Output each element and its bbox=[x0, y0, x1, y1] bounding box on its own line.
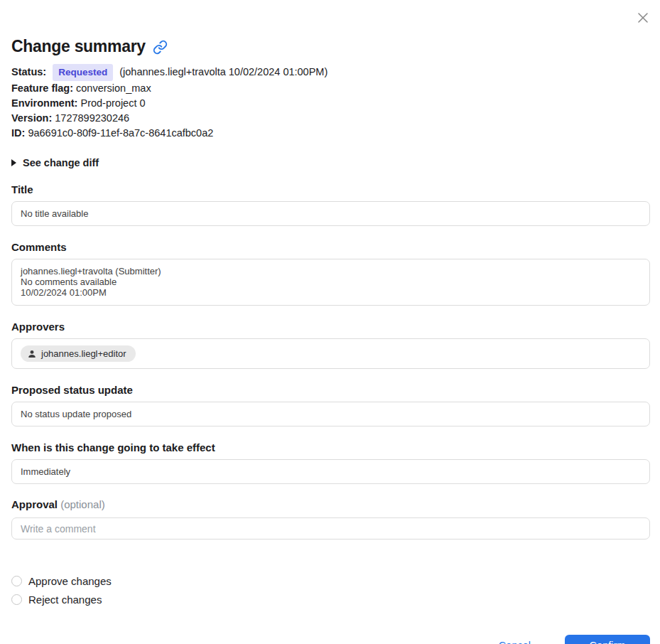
comments-field-label: Comments bbox=[11, 240, 650, 254]
approver-chip-label: johannes.liegl+editor bbox=[41, 348, 126, 359]
id-row: ID: 9a6691c0-80f9-11ef-8a7c-8641cafbc0a2 bbox=[11, 126, 650, 141]
feature-flag-value: conversion_max bbox=[76, 82, 151, 94]
page-title: Change summary bbox=[11, 0, 650, 56]
title-field-label: Title bbox=[11, 183, 650, 196]
comment-submitter-line: johannes.liegl+travolta (Submitter) bbox=[21, 266, 641, 277]
approve-changes-radio[interactable] bbox=[11, 576, 22, 586]
environment-row: Environment: Prod-project 0 bbox=[11, 96, 650, 111]
version-row: Version: 1727899230246 bbox=[11, 111, 650, 126]
approvers-field: johannes.liegl+editor bbox=[11, 338, 650, 369]
version-label: Version: bbox=[11, 112, 52, 124]
see-change-diff-toggle[interactable]: See change diff bbox=[11, 157, 99, 168]
effect-field-value: Immediately bbox=[11, 459, 650, 484]
environment-label: Environment: bbox=[11, 97, 77, 109]
approvers-field-label: Approvers bbox=[11, 320, 650, 333]
caret-right-icon bbox=[11, 159, 16, 166]
reject-changes-option[interactable]: Reject changes bbox=[11, 594, 102, 606]
id-value: 9a6691c0-80f9-11ef-8a7c-8641cafbc0a2 bbox=[28, 127, 213, 139]
status-update-field-label: Proposed status update bbox=[11, 383, 650, 397]
environment-value: Prod-project 0 bbox=[80, 97, 145, 109]
status-row: Status: Requested (johannes.liegl+travol… bbox=[11, 64, 650, 81]
person-icon bbox=[27, 349, 37, 359]
link-icon[interactable] bbox=[153, 40, 168, 55]
cancel-button[interactable]: Cancel bbox=[499, 640, 531, 644]
effect-field-label: When is this change going to take effect bbox=[11, 441, 650, 454]
confirm-button[interactable]: Confirm bbox=[565, 635, 650, 644]
approval-label-text: Approval bbox=[11, 498, 58, 510]
approver-chip: johannes.liegl+editor bbox=[21, 345, 136, 362]
reject-changes-radio[interactable] bbox=[11, 594, 22, 605]
dialog-footer: Cancel Confirm bbox=[11, 635, 650, 644]
id-label: ID: bbox=[11, 127, 25, 139]
status-detail: (johannes.liegl+travolta 10/02/2024 01:0… bbox=[119, 66, 328, 77]
approve-changes-option[interactable]: Approve changes bbox=[11, 575, 112, 587]
see-change-diff-label: See change diff bbox=[23, 157, 99, 168]
decision-radio-group: Approve changes Reject changes bbox=[11, 575, 650, 606]
approval-comment-input[interactable] bbox=[11, 517, 650, 540]
version-value: 1727899230246 bbox=[55, 112, 129, 124]
meta-block: Status: Requested (johannes.liegl+travol… bbox=[11, 64, 650, 141]
change-summary-dialog: Change summary Status: Requested (johann… bbox=[0, 0, 660, 644]
approval-optional-text: (optional) bbox=[60, 498, 105, 510]
title-field-value: No title available bbox=[11, 201, 650, 226]
feature-flag-label: Feature flag: bbox=[11, 82, 73, 94]
status-update-field-value: No status update proposed bbox=[11, 402, 650, 426]
close-button[interactable] bbox=[634, 9, 652, 27]
comments-field: johannes.liegl+travolta (Submitter) No c… bbox=[11, 259, 650, 306]
feature-flag-row: Feature flag: conversion_max bbox=[11, 81, 650, 96]
approval-field-label: Approval (optional) bbox=[11, 498, 650, 511]
status-label: Status: bbox=[11, 66, 46, 77]
reject-changes-label: Reject changes bbox=[28, 594, 102, 606]
comment-body-line: No comments available bbox=[21, 277, 641, 287]
approve-changes-label: Approve changes bbox=[28, 575, 112, 587]
comment-timestamp-line: 10/02/2024 01:00PM bbox=[21, 287, 641, 298]
status-badge: Requested bbox=[53, 64, 113, 81]
dialog-title-text: Change summary bbox=[11, 36, 146, 56]
close-icon bbox=[636, 11, 650, 25]
